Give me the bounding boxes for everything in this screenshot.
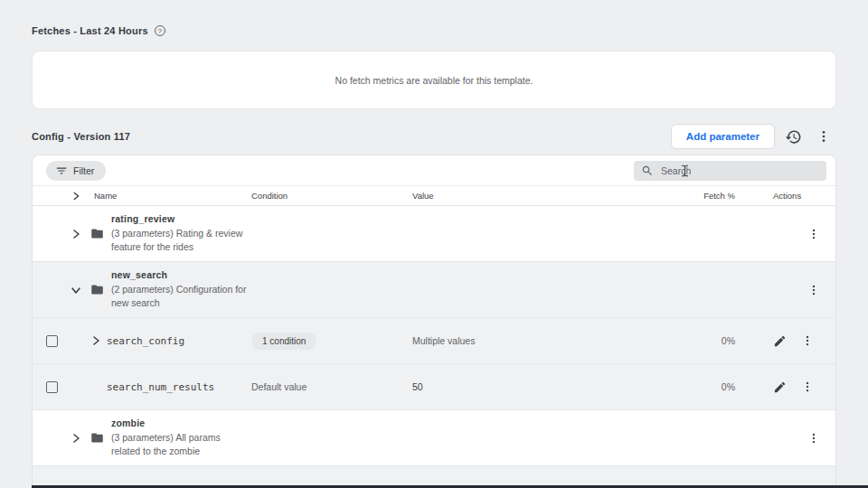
config-title: Config - Version 117 xyxy=(32,131,130,142)
row-menu-button[interactable] xyxy=(807,432,820,445)
version-history-button[interactable] xyxy=(780,124,806,149)
table-row-param-search-config[interactable]: search_config 1 condition Multiple value… xyxy=(33,318,835,364)
chevron-right-icon[interactable] xyxy=(89,333,103,348)
column-header-actions: Actions xyxy=(773,191,801,201)
chevron-right-icon[interactable] xyxy=(69,227,83,241)
search-box xyxy=(634,161,826,181)
config-overflow-menu-button[interactable] xyxy=(811,124,836,149)
edit-icon[interactable] xyxy=(773,380,787,394)
column-header-value: Value xyxy=(412,191,434,201)
config-title-label: Config - Version 117 xyxy=(32,131,130,142)
fetch-metrics-empty-message: No fetch metrics are available for this … xyxy=(335,75,533,86)
group-description: (3 parameters) Rating & review feature f… xyxy=(111,227,251,254)
row-menu-button[interactable] xyxy=(807,228,820,240)
table-row-group-new-search[interactable]: new_search (2 parameters) Configuration … xyxy=(33,262,835,318)
fetch-percentage: 0% xyxy=(722,335,735,346)
kebab-icon xyxy=(816,129,831,144)
config-actions: Add parameter xyxy=(671,124,836,149)
group-description: (2 parameters) Configuration for new sea… xyxy=(111,283,251,310)
expand-all-chevron-icon[interactable] xyxy=(69,189,83,203)
table-header-row: Name Condition Value Fetch % Actions xyxy=(33,186,835,206)
filter-label: Filter xyxy=(73,165,94,176)
chevron-right-icon[interactable] xyxy=(69,431,83,446)
table-row-group-zombie[interactable]: zombie (3 parameters) All params related… xyxy=(33,410,835,466)
parameter-value: 50 xyxy=(412,381,423,392)
column-header-condition: Condition xyxy=(251,191,288,201)
search-icon xyxy=(641,164,654,177)
fetches-title: Fetches - Last 24 Hours ? xyxy=(32,25,836,36)
parameter-name: search_num_results xyxy=(107,381,214,393)
condition-label: Default value xyxy=(251,381,307,392)
add-parameter-button[interactable]: Add parameter xyxy=(671,124,775,149)
table-toolbar: Filter xyxy=(33,155,835,186)
filter-icon xyxy=(55,164,68,177)
group-name: zombie xyxy=(111,418,251,428)
table-row-param-search-num-results[interactable]: search_num_results Default value 50 0% xyxy=(33,364,835,410)
row-menu-button[interactable] xyxy=(801,334,814,347)
group-name: rating_review xyxy=(111,213,251,224)
column-header-fetch-pct: Fetch % xyxy=(703,191,735,201)
folder-icon xyxy=(90,227,105,240)
history-icon xyxy=(785,128,802,145)
filter-button[interactable]: Filter xyxy=(46,161,106,181)
edit-icon[interactable] xyxy=(773,334,787,348)
chevron-down-icon[interactable] xyxy=(69,283,83,297)
parameter-name: search_config xyxy=(107,335,184,347)
row-checkbox[interactable] xyxy=(46,335,58,347)
folder-icon xyxy=(90,431,105,445)
condition-badge: 1 condition xyxy=(251,333,316,350)
fetch-percentage: 0% xyxy=(722,381,735,392)
group-name: new_search xyxy=(111,269,251,280)
row-menu-button[interactable] xyxy=(801,380,814,393)
fetch-metrics-empty-card: No fetch metrics are available for this … xyxy=(32,51,836,109)
column-header-name: Name xyxy=(94,191,117,201)
folder-icon xyxy=(90,283,105,296)
group-description: (3 parameters) All params related to the… xyxy=(111,431,251,458)
parameter-value: Multiple values xyxy=(412,335,475,346)
table-row-group-rating-review[interactable]: rating_review (3 parameters) Rating & re… xyxy=(33,206,835,262)
config-header: Config - Version 117 Add parameter xyxy=(32,124,836,149)
fetches-title-label: Fetches - Last 24 Hours xyxy=(32,25,148,36)
row-checkbox[interactable] xyxy=(46,381,58,393)
config-table-card: Filter Name Condition Value Fetch % Acti… xyxy=(32,155,836,488)
search-input[interactable] xyxy=(661,165,819,176)
row-menu-button[interactable] xyxy=(807,284,820,296)
fetches-section: Fetches - Last 24 Hours ? No fetch metri… xyxy=(0,25,868,109)
help-icon[interactable]: ? xyxy=(155,25,165,36)
